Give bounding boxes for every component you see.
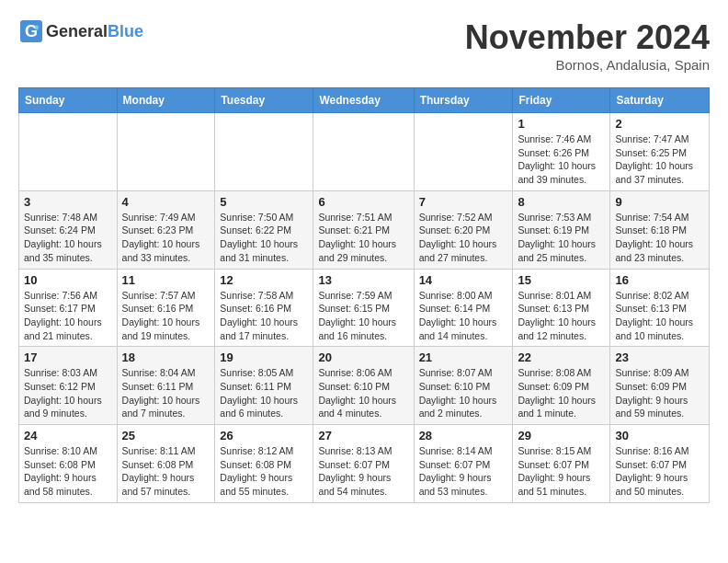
calendar-cell: 4Sunrise: 7:49 AM Sunset: 6:23 PM Daylig…: [117, 190, 215, 269]
calendar-cell: 11Sunrise: 7:57 AM Sunset: 6:16 PM Dayli…: [117, 269, 215, 347]
day-number: 29: [518, 429, 605, 442]
day-info: Sunrise: 8:08 AM Sunset: 6:09 PM Dayligh…: [518, 366, 605, 420]
calendar-cell: 18Sunrise: 8:04 AM Sunset: 6:11 PM Dayli…: [117, 347, 215, 425]
calendar-cell: [313, 113, 414, 191]
calendar-cell: 5Sunrise: 7:50 AM Sunset: 6:22 PM Daylig…: [215, 190, 313, 269]
column-header-thursday: Thursday: [414, 88, 513, 113]
day-info: Sunrise: 7:56 AM Sunset: 6:17 PM Dayligh…: [24, 289, 112, 343]
day-info: Sunrise: 7:52 AM Sunset: 6:20 PM Dayligh…: [419, 211, 508, 265]
day-info: Sunrise: 8:12 AM Sunset: 6:08 PM Dayligh…: [220, 444, 308, 499]
day-number: 14: [419, 273, 508, 287]
day-info: Sunrise: 8:16 AM Sunset: 6:07 PM Dayligh…: [615, 444, 704, 499]
calendar-cell: 19Sunrise: 8:05 AM Sunset: 6:11 PM Dayli…: [215, 347, 313, 425]
day-number: 8: [518, 195, 605, 209]
calendar-cell: 10Sunrise: 7:56 AM Sunset: 6:17 PM Dayli…: [19, 269, 118, 347]
calendar-cell: 22Sunrise: 8:08 AM Sunset: 6:09 PM Dayli…: [513, 347, 610, 425]
calendar-cell: 9Sunrise: 7:54 AM Sunset: 6:18 PM Daylig…: [610, 190, 710, 269]
day-number: 19: [220, 350, 308, 364]
day-number: 16: [615, 273, 704, 287]
day-number: 30: [615, 429, 704, 442]
day-info: Sunrise: 8:01 AM Sunset: 6:13 PM Dayligh…: [518, 289, 605, 343]
calendar-title: November 2024: [465, 18, 710, 57]
day-info: Sunrise: 8:13 AM Sunset: 6:07 PM Dayligh…: [318, 444, 408, 499]
day-number: 20: [318, 350, 408, 364]
day-number: 6: [318, 195, 408, 209]
calendar-cell: 25Sunrise: 8:11 AM Sunset: 6:08 PM Dayli…: [117, 425, 215, 503]
day-info: Sunrise: 7:47 AM Sunset: 6:25 PM Dayligh…: [615, 132, 704, 187]
day-info: Sunrise: 7:59 AM Sunset: 6:15 PM Dayligh…: [318, 289, 408, 343]
day-number: 4: [122, 195, 210, 209]
day-info: Sunrise: 8:03 AM Sunset: 6:12 PM Dayligh…: [24, 366, 112, 420]
day-number: 5: [220, 195, 308, 209]
calendar-cell: 13Sunrise: 7:59 AM Sunset: 6:15 PM Dayli…: [313, 269, 414, 347]
day-number: 3: [24, 195, 112, 209]
day-number: 23: [615, 350, 704, 364]
column-header-friday: Friday: [513, 88, 610, 113]
calendar-cell: 24Sunrise: 8:10 AM Sunset: 6:08 PM Dayli…: [19, 425, 118, 503]
day-number: 10: [24, 273, 112, 287]
calendar-cell: 2Sunrise: 7:47 AM Sunset: 6:25 PM Daylig…: [610, 113, 710, 191]
day-info: Sunrise: 8:00 AM Sunset: 6:14 PM Dayligh…: [419, 289, 508, 343]
column-header-wednesday: Wednesday: [313, 88, 414, 113]
day-info: Sunrise: 8:15 AM Sunset: 6:07 PM Dayligh…: [518, 444, 605, 499]
calendar-cell: 27Sunrise: 8:13 AM Sunset: 6:07 PM Dayli…: [313, 425, 414, 503]
logo-icon: G: [18, 18, 44, 44]
calendar-cell: [117, 113, 215, 191]
calendar-cell: 26Sunrise: 8:12 AM Sunset: 6:08 PM Dayli…: [215, 425, 313, 503]
calendar-cell: 28Sunrise: 8:14 AM Sunset: 6:07 PM Dayli…: [414, 425, 513, 503]
calendar-cell: 16Sunrise: 8:02 AM Sunset: 6:13 PM Dayli…: [610, 269, 710, 347]
day-info: Sunrise: 8:11 AM Sunset: 6:08 PM Dayligh…: [122, 444, 210, 499]
calendar-cell: 1Sunrise: 7:46 AM Sunset: 6:26 PM Daylig…: [513, 113, 610, 191]
day-number: 7: [419, 195, 508, 209]
logo-general-text: General: [46, 22, 108, 40]
title-section: November 2024 Bornos, Andalusia, Spain: [465, 18, 710, 73]
day-number: 2: [615, 117, 704, 131]
calendar-cell: [19, 113, 118, 191]
day-info: Sunrise: 7:50 AM Sunset: 6:22 PM Dayligh…: [220, 211, 308, 265]
day-number: 24: [24, 429, 112, 442]
day-number: 22: [518, 350, 605, 364]
calendar-cell: 23Sunrise: 8:09 AM Sunset: 6:09 PM Dayli…: [610, 347, 710, 425]
calendar-cell: 3Sunrise: 7:48 AM Sunset: 6:24 PM Daylig…: [19, 190, 118, 269]
day-number: 12: [220, 273, 308, 287]
header: G GeneralBlue November 2024 Bornos, Anda…: [18, 18, 710, 73]
column-header-tuesday: Tuesday: [215, 88, 313, 113]
day-number: 27: [318, 429, 408, 442]
day-info: Sunrise: 7:58 AM Sunset: 6:16 PM Dayligh…: [220, 289, 308, 343]
day-info: Sunrise: 7:46 AM Sunset: 6:26 PM Dayligh…: [518, 132, 605, 187]
day-number: 17: [24, 350, 112, 364]
calendar-cell: 6Sunrise: 7:51 AM Sunset: 6:21 PM Daylig…: [313, 190, 414, 269]
day-info: Sunrise: 7:53 AM Sunset: 6:19 PM Dayligh…: [518, 211, 605, 265]
column-header-saturday: Saturday: [610, 88, 710, 113]
day-number: 28: [419, 429, 508, 442]
calendar-cell: 29Sunrise: 8:15 AM Sunset: 6:07 PM Dayli…: [513, 425, 610, 503]
calendar-cell: 8Sunrise: 7:53 AM Sunset: 6:19 PM Daylig…: [513, 190, 610, 269]
day-info: Sunrise: 8:07 AM Sunset: 6:10 PM Dayligh…: [419, 366, 508, 420]
calendar-cell: 15Sunrise: 8:01 AM Sunset: 6:13 PM Dayli…: [513, 269, 610, 347]
column-header-sunday: Sunday: [19, 88, 118, 113]
day-info: Sunrise: 8:05 AM Sunset: 6:11 PM Dayligh…: [220, 366, 308, 420]
day-number: 9: [615, 195, 704, 209]
day-info: Sunrise: 7:57 AM Sunset: 6:16 PM Dayligh…: [122, 289, 210, 343]
day-number: 1: [518, 117, 605, 131]
calendar-table: SundayMondayTuesdayWednesdayThursdayFrid…: [18, 87, 710, 503]
day-number: 11: [122, 273, 210, 287]
day-number: 25: [122, 429, 210, 442]
day-info: Sunrise: 7:49 AM Sunset: 6:23 PM Dayligh…: [122, 211, 210, 265]
svg-text:G: G: [25, 22, 38, 40]
logo: G GeneralBlue: [18, 18, 143, 44]
day-info: Sunrise: 8:04 AM Sunset: 6:11 PM Dayligh…: [122, 366, 210, 420]
calendar-cell: 30Sunrise: 8:16 AM Sunset: 6:07 PM Dayli…: [610, 425, 710, 503]
day-info: Sunrise: 8:06 AM Sunset: 6:10 PM Dayligh…: [318, 366, 408, 420]
calendar-cell: 12Sunrise: 7:58 AM Sunset: 6:16 PM Dayli…: [215, 269, 313, 347]
calendar-subtitle: Bornos, Andalusia, Spain: [465, 57, 710, 73]
logo-blue-text: Blue: [108, 22, 143, 40]
calendar-cell: 14Sunrise: 8:00 AM Sunset: 6:14 PM Dayli…: [414, 269, 513, 347]
day-info: Sunrise: 8:10 AM Sunset: 6:08 PM Dayligh…: [24, 444, 112, 499]
day-info: Sunrise: 7:51 AM Sunset: 6:21 PM Dayligh…: [318, 211, 408, 265]
day-number: 21: [419, 350, 508, 364]
day-info: Sunrise: 8:09 AM Sunset: 6:09 PM Dayligh…: [615, 366, 704, 420]
column-header-monday: Monday: [117, 88, 215, 113]
day-info: Sunrise: 7:48 AM Sunset: 6:24 PM Dayligh…: [24, 211, 112, 265]
calendar-cell: 21Sunrise: 8:07 AM Sunset: 6:10 PM Dayli…: [414, 347, 513, 425]
